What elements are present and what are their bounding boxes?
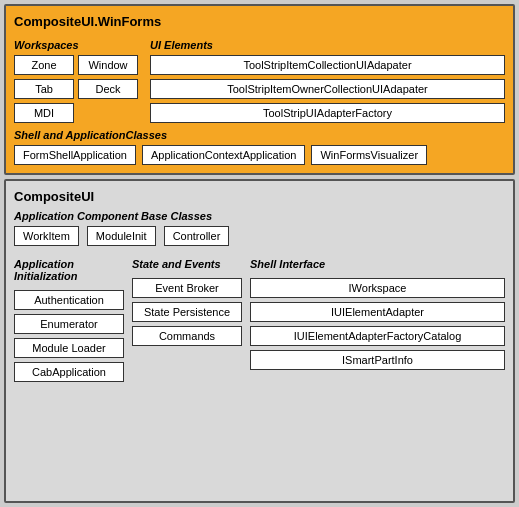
workspaces-section: Workspaces Zone Window Tab Deck MDI (14, 35, 138, 123)
iui-element-adapter-btn[interactable]: IUIElementAdapter (250, 302, 505, 322)
application-context-application-btn[interactable]: ApplicationContextApplication (142, 145, 306, 165)
iui-element-adapter-factory-catalog-btn[interactable]: IUIElementAdapterFactoryCatalog (250, 326, 505, 346)
app-init-col: Application Initialization Authenticatio… (14, 254, 124, 382)
app-init-label: Application Initialization (14, 258, 124, 282)
moduleinit-btn[interactable]: ModuleInit (87, 226, 156, 246)
authentication-btn[interactable]: Authentication (14, 290, 124, 310)
controller-btn[interactable]: Controller (164, 226, 230, 246)
ui-elements-label: UI Elements (150, 39, 505, 51)
workitem-btn[interactable]: WorkItem (14, 226, 79, 246)
state-events-label: State and Events (132, 258, 242, 270)
shell-interface-label: Shell Interface (250, 258, 505, 270)
module-loader-btn[interactable]: Module Loader (14, 338, 124, 358)
ui-elements-section: UI Elements ToolStripItemCollectionUIAda… (150, 35, 505, 123)
toolstrip-item-owner-collection-btn[interactable]: ToolStripItemOwnerCollectionUIAdapater (150, 79, 505, 99)
top-panel: CompositeUI.WinForms Workspaces Zone Win… (4, 4, 515, 175)
mdi-btn[interactable]: MDI (14, 103, 74, 123)
cab-application-btn[interactable]: CabApplication (14, 362, 124, 382)
columns-row: Application Initialization Authenticatio… (14, 254, 505, 382)
bottom-panel: CompositeUI Application Component Base C… (4, 179, 515, 503)
event-broker-btn[interactable]: Event Broker (132, 278, 242, 298)
state-persistence-btn[interactable]: State Persistence (132, 302, 242, 322)
base-classes-row: WorkItem ModuleInit Controller (14, 226, 505, 246)
enumerator-btn[interactable]: Enumerator (14, 314, 124, 334)
toolstrip-item-collection-btn[interactable]: ToolStripItemCollectionUIAdapater (150, 55, 505, 75)
shell-interface-col: Shell Interface IWorkspace IUIElementAda… (250, 254, 505, 382)
workspaces-label: Workspaces (14, 39, 138, 51)
ismart-part-info-btn[interactable]: ISmartPartInfo (250, 350, 505, 370)
shell-label: Shell and ApplicationClasses (14, 129, 505, 141)
form-shell-application-btn[interactable]: FormShellApplication (14, 145, 136, 165)
deck-btn[interactable]: Deck (78, 79, 138, 99)
iworkspace-btn[interactable]: IWorkspace (250, 278, 505, 298)
state-events-col: State and Events Event Broker State Pers… (132, 254, 242, 382)
tab-btn[interactable]: Tab (14, 79, 74, 99)
base-classes-label: Application Component Base Classes (14, 210, 505, 222)
bottom-panel-title: CompositeUI (14, 189, 505, 204)
zone-btn[interactable]: Zone (14, 55, 74, 75)
window-btn[interactable]: Window (78, 55, 138, 75)
top-panel-title: CompositeUI.WinForms (14, 14, 505, 29)
toolstrip-ui-adapter-factory-btn[interactable]: ToolStripUIAdapterFactory (150, 103, 505, 123)
winforms-visualizer-btn[interactable]: WinFormsVisualizer (311, 145, 427, 165)
commands-btn[interactable]: Commands (132, 326, 242, 346)
shell-section: Shell and ApplicationClasses FormShellAp… (14, 129, 505, 165)
